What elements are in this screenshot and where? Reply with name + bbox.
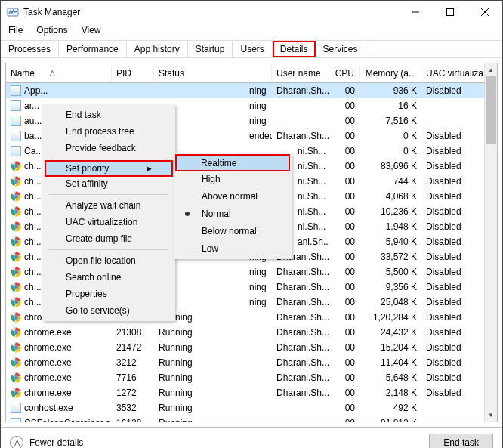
table-row[interactable]: chrome.exe7716RunningDharani.Sh...005,64… (6, 370, 497, 385)
cm-uac[interactable]: UAC virtualization (45, 214, 173, 230)
priority-low[interactable]: Low (176, 239, 289, 257)
column-pid[interactable]: PID (112, 65, 154, 82)
process-mem: 15,204 K (360, 342, 421, 353)
process-name: ch... (24, 252, 42, 262)
menu-view[interactable]: View (82, 25, 101, 36)
process-cpu: 00 (329, 267, 360, 277)
tab-processes[interactable]: Processes (1, 41, 59, 57)
column-mem[interactable]: Memory (a... (360, 65, 421, 82)
process-user: Dharani.Sh... (272, 312, 329, 323)
tab-users[interactable]: Users (233, 41, 272, 57)
priority-normal[interactable]: Normal (176, 205, 289, 222)
menu-options[interactable]: Options (36, 25, 67, 36)
cm-search[interactable]: Search online (45, 269, 173, 286)
end-task-button[interactable]: End task (429, 434, 493, 448)
svg-point-45 (14, 316, 17, 319)
process-name: ch... (24, 236, 42, 247)
scroll-down-icon[interactable]: ▼ (485, 409, 497, 422)
process-cpu: 00 (329, 221, 360, 232)
table-row[interactable]: chrome.exe3212RunningDharani.Sh...0011,4… (6, 355, 497, 370)
column-name[interactable]: Name⋀ (6, 65, 112, 82)
process-pid: 3212 (112, 357, 154, 368)
maximize-button[interactable] (433, 1, 468, 23)
process-mem: 11,404 K (360, 357, 421, 368)
process-uac: Disabled (421, 282, 483, 292)
column-user[interactable]: User name (272, 65, 329, 82)
priority-realtime[interactable]: Realtime (175, 154, 290, 171)
process-cpu: 00 (329, 327, 360, 338)
process-cpu: 00 (329, 206, 360, 217)
fewer-details-label[interactable]: Fewer details (29, 437, 83, 448)
process-cpu: 00 (329, 131, 360, 141)
process-user: Dharani.Sh... (272, 357, 329, 368)
fewer-details-icon[interactable]: ⋀ (10, 436, 23, 448)
process-mem: 1,20,284 K (360, 312, 421, 323)
cm-open-loc[interactable]: Open file location (45, 252, 173, 269)
svg-point-5 (14, 165, 17, 168)
cm-set-affinity[interactable]: Set affinity (45, 175, 173, 192)
process-user: Dharani.Sh... (272, 282, 329, 292)
table-row[interactable]: chrome.exe21308RunningDharani.Sh...0024,… (6, 325, 497, 340)
cm-set-priority-label: Set priority (66, 163, 109, 174)
tab-startup[interactable]: Startup (188, 41, 233, 57)
priority-below-normal[interactable]: Below normal (176, 222, 289, 239)
column-uac[interactable]: UAC virtualizat... (421, 65, 483, 82)
cm-feedback[interactable]: Provide feedback (45, 140, 173, 156)
svg-point-13 (14, 195, 17, 198)
cm-analyze[interactable]: Analyze wait chain (45, 197, 173, 214)
tab-app-history[interactable]: App history (127, 41, 188, 57)
process-icon (11, 206, 21, 217)
close-button[interactable] (468, 1, 502, 23)
titlebar[interactable]: Task Manager (1, 1, 502, 23)
process-mem: 24,432 K (360, 327, 421, 338)
table-row[interactable]: chrome.exe21472RunningDharani.Sh...0015,… (6, 340, 497, 355)
process-mem: 9,356 K (360, 282, 421, 292)
priority-above-normal[interactable]: Above normal (176, 187, 289, 205)
cm-services[interactable]: Go to service(s) (45, 302, 173, 319)
scroll-up-icon[interactable]: ▲ (485, 63, 497, 76)
column-status[interactable]: Status (154, 65, 272, 82)
table-row[interactable]: App...ningDharani.Sh...00936 KDisabled (6, 83, 497, 98)
column-cpu[interactable]: CPU (329, 65, 360, 82)
process-icon (11, 221, 21, 232)
process-uac: Disabled (421, 176, 483, 187)
cm-end-tree[interactable]: End process tree (45, 123, 173, 140)
process-uac: Disabled (421, 357, 483, 368)
svg-point-17 (14, 210, 17, 213)
cm-end-task[interactable]: End task (45, 107, 173, 123)
svg-point-61 (14, 376, 17, 379)
menu-file[interactable]: File (8, 25, 23, 36)
process-uac: Disabled (421, 312, 483, 323)
process-icon (11, 100, 21, 111)
process-icon (11, 267, 21, 277)
tab-services[interactable]: Services (316, 41, 366, 57)
cm-dump[interactable]: Create dump file (45, 230, 173, 247)
table-row[interactable]: conhost.exe3532Running00492 K (6, 400, 497, 416)
process-uac: Disabled (421, 342, 483, 353)
process-user: Dharani.Sh... (272, 297, 329, 307)
process-name: App... (24, 85, 48, 96)
cm-set-priority[interactable]: Set priority▶ (45, 160, 173, 177)
process-pid: 3532 (112, 403, 154, 413)
process-name: chrome.exe (24, 372, 72, 383)
table-row[interactable]: chrome.exe1272RunningDharani.Sh...002,14… (6, 385, 497, 400)
process-uac: Disabled (421, 267, 483, 277)
process-icon (11, 418, 21, 422)
process-mem: 7,516 K (360, 116, 421, 126)
process-name: ba... (24, 131, 42, 141)
scroll-thumb[interactable] (486, 76, 496, 144)
priority-high[interactable]: High (176, 170, 289, 187)
process-icon (11, 161, 21, 171)
tab-performance[interactable]: Performance (59, 41, 127, 57)
process-icon (11, 327, 21, 338)
minimize-button[interactable] (398, 1, 433, 23)
scrollbar[interactable]: ▲ ▼ (484, 63, 497, 422)
process-cpu: 00 (329, 191, 360, 202)
table-row[interactable]: CSFalconContainer.e16128Running0091,812 … (6, 416, 497, 422)
priority-submenu: Realtime High Above normal Normal Below … (174, 153, 292, 259)
process-mem: 16 K (360, 100, 421, 111)
context-menu: End task End process tree Provide feedba… (42, 104, 175, 321)
process-mem: 5,648 K (360, 372, 421, 383)
tab-details[interactable]: Details (273, 41, 316, 57)
cm-properties[interactable]: Properties (45, 286, 173, 302)
